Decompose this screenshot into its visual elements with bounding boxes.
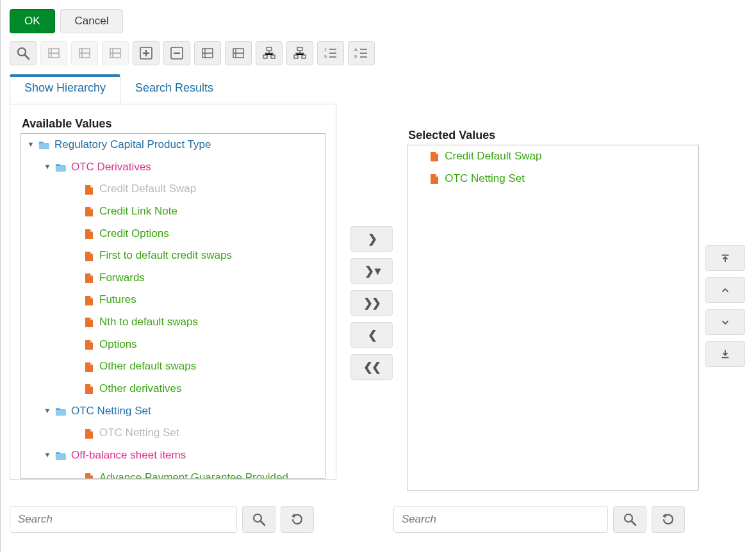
tree-folder[interactable]: ▼OTC Derivatives xyxy=(21,156,325,179)
file-icon xyxy=(83,184,95,195)
search-preview-icon[interactable] xyxy=(10,41,37,65)
tree-item[interactable]: Advance Payment Guarantee Provided xyxy=(21,467,325,478)
tree-item-label: Other default swaps xyxy=(99,359,196,375)
list-alpha-icon[interactable] xyxy=(348,41,375,65)
tree-item-label: Credit Default Swap xyxy=(99,181,196,197)
node-add-child-icon[interactable] xyxy=(225,41,252,65)
move-all-right-icon[interactable]: ❯❯ xyxy=(350,290,393,316)
tree-item-label: First to default credit swaps xyxy=(99,248,232,264)
file-icon xyxy=(83,339,95,350)
tree-item-label: Regulatory Capital Product Type xyxy=(54,137,211,153)
reset-available-button[interactable] xyxy=(281,506,314,533)
reset-selected-button[interactable] xyxy=(652,506,685,533)
expand-toggle-icon[interactable]: ▼ xyxy=(43,406,52,416)
tree-item-label: Options xyxy=(99,337,137,353)
selected-values-heading: Selected Values xyxy=(408,129,699,142)
folder-icon xyxy=(54,405,67,417)
tree-item-label: Credit Options xyxy=(99,226,169,242)
search-available-input[interactable] xyxy=(10,506,237,533)
tree-item[interactable]: Credit Link Note xyxy=(21,200,325,223)
folder-icon xyxy=(54,450,67,461)
tree-item-label: Forwards xyxy=(99,270,145,286)
tree-item-label: Off-balance sheet items xyxy=(71,448,186,464)
tree-item-label: Futures xyxy=(99,292,136,308)
move-top-icon[interactable] xyxy=(705,245,745,271)
move-all-left-icon[interactable]: ❮❮ xyxy=(350,354,393,380)
list-numbered-icon[interactable] xyxy=(317,41,344,65)
cancel-button[interactable]: Cancel xyxy=(60,9,124,33)
align-center-lock-icon xyxy=(40,41,67,65)
file-icon xyxy=(83,428,95,439)
expand-plus-icon[interactable] xyxy=(133,41,160,65)
tree-folder[interactable]: ▼Regulatory Capital Product Type xyxy=(21,134,325,156)
tree-item[interactable]: First to default credit swaps xyxy=(21,245,325,267)
tree-item-label: Other derivatives xyxy=(99,381,182,397)
tree-item[interactable]: Credit Options xyxy=(21,223,325,245)
tree-folder[interactable]: ▼Off-balance sheet items xyxy=(21,444,325,467)
tree-folder[interactable]: ▼OTC Netting Set xyxy=(21,400,325,423)
file-icon xyxy=(83,272,95,284)
tree-item-label: Advance Payment Guarantee Provided xyxy=(99,470,288,478)
tree-item-label: OTC Netting Set xyxy=(71,403,151,419)
tree-item-label: Nth to default swaps xyxy=(99,314,198,330)
file-icon xyxy=(83,361,95,373)
expand-toggle-icon[interactable]: ▼ xyxy=(26,140,35,150)
tree-flat-icon[interactable] xyxy=(256,41,283,65)
file-icon xyxy=(83,250,95,262)
tree-item[interactable]: Futures xyxy=(21,289,325,311)
expand-toggle-icon[interactable]: ▼ xyxy=(43,162,52,172)
tree-item[interactable]: Credit Default Swap xyxy=(21,178,325,200)
file-icon xyxy=(83,316,95,328)
move-left-icon[interactable]: ❮ xyxy=(350,322,393,348)
folder-icon xyxy=(38,139,51,150)
move-right-icon[interactable]: ❯ xyxy=(350,226,393,252)
search-selected-input[interactable] xyxy=(393,506,608,533)
tab-panel-hierarchy: Available Values ▼Regulatory Capital Pro… xyxy=(10,104,336,480)
selected-values-list[interactable]: Credit Default SwapOTC Netting Set xyxy=(407,145,699,491)
folder-icon xyxy=(54,161,67,173)
tree-item-label: OTC Derivatives xyxy=(71,159,151,175)
move-right-dropdown-icon[interactable]: ❯ ▾ xyxy=(350,258,393,284)
available-values-tree[interactable]: ▼Regulatory Capital Product Type▼OTC Der… xyxy=(21,133,325,479)
tab-show-hierarchy[interactable]: Show Hierarchy xyxy=(10,74,120,104)
move-bottom-icon[interactable] xyxy=(705,341,745,367)
tree-item[interactable]: Nth to default swaps xyxy=(21,311,325,334)
ok-button[interactable]: OK xyxy=(10,9,55,33)
tree-item[interactable]: Options xyxy=(21,334,325,356)
file-icon xyxy=(83,228,95,239)
file-icon xyxy=(83,383,95,394)
tree-item[interactable]: Other derivatives xyxy=(21,378,325,400)
move-down-icon[interactable] xyxy=(705,309,745,335)
tree-nested-icon[interactable] xyxy=(286,41,313,65)
file-icon xyxy=(428,173,441,184)
tree-item[interactable]: Other default swaps xyxy=(21,355,325,378)
selected-item[interactable]: OTC Netting Set xyxy=(407,168,698,190)
tree-item-label: Credit Link Note xyxy=(99,204,177,220)
node-add-right-icon[interactable] xyxy=(194,41,221,65)
selected-item-label: OTC Netting Set xyxy=(445,171,525,187)
available-values-heading: Available Values xyxy=(22,117,325,131)
selected-item-label: Credit Default Swap xyxy=(445,149,541,165)
file-icon xyxy=(428,150,441,162)
collapse-minus-icon[interactable] xyxy=(163,41,190,65)
selected-item[interactable]: Credit Default Swap xyxy=(407,145,698,168)
expand-toggle-icon[interactable]: ▼ xyxy=(43,450,52,460)
file-icon xyxy=(83,295,95,306)
search-available-button[interactable] xyxy=(242,506,275,533)
search-selected-button[interactable] xyxy=(613,506,646,533)
move-up-icon[interactable] xyxy=(705,277,745,303)
file-icon xyxy=(83,206,95,217)
tree-item-label: OTC Netting Set xyxy=(99,425,179,441)
tree-item[interactable]: Forwards xyxy=(21,267,325,289)
align-left-lock-icon xyxy=(71,41,98,65)
align-spread-icon xyxy=(102,41,129,65)
file-icon xyxy=(83,472,95,478)
tab-search-results[interactable]: Search Results xyxy=(120,74,228,104)
tree-item[interactable]: OTC Netting Set xyxy=(21,422,325,444)
